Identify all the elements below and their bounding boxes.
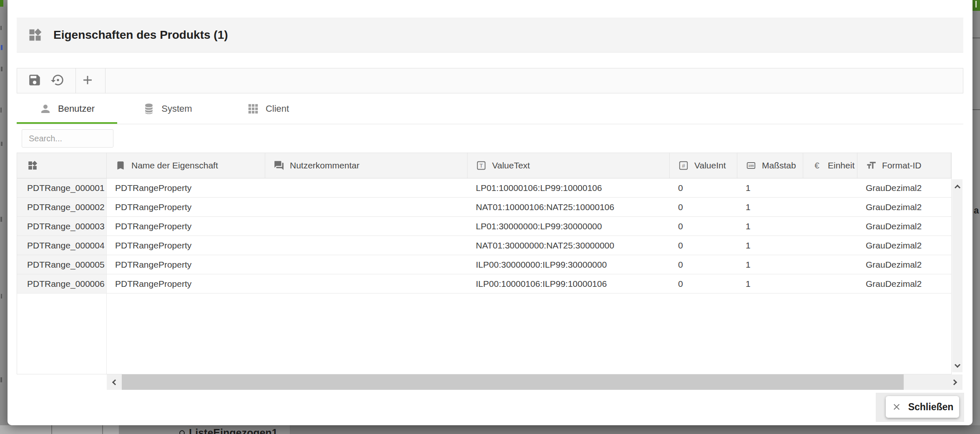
cell-name[interactable]: PDTRangeProperty [107,236,265,255]
close-icon [892,402,902,412]
scroll-down-button[interactable] [952,358,962,372]
cell-format_id[interactable]: GrauDezimal2 [857,255,951,274]
cell-name[interactable]: PDTRangeProperty [107,217,265,236]
add-icon [80,73,95,89]
column-header-valueint[interactable]: # ValueInt [670,153,737,178]
cell-name[interactable]: PDTRangeProperty [107,274,265,293]
scroll-right-button[interactable] [947,374,962,390]
tab-client[interactable]: Client [218,93,318,124]
cell-id[interactable]: PDTRange_000004 [17,236,107,255]
cell-massstab[interactable]: 1 [737,178,803,197]
vertical-scrollbar[interactable] [952,179,962,372]
svg-text:T: T [480,163,483,169]
cell-value_text[interactable]: LP01:10000106:LP99:10000106 [467,178,670,197]
cell-value_int[interactable]: 0 [670,236,737,255]
cell-format_id[interactable]: GrauDezimal2 [857,217,951,236]
grid-icon [247,103,259,115]
background-fragment [972,0,980,11]
cell-comment[interactable] [265,178,467,197]
search-input[interactable] [22,130,113,147]
column-header-formatid[interactable]: Format-ID [857,153,951,178]
scroll-left-button[interactable] [107,374,122,390]
cell-format_id[interactable]: GrauDezimal2 [857,274,951,293]
scroll-up-button[interactable] [952,179,962,193]
cell-value_int[interactable]: 0 [670,255,737,274]
cell-massstab[interactable]: 1 [737,274,803,293]
tab-benutzer[interactable]: Benutzer [17,93,117,124]
background-fragment [0,26,2,30]
table-body: PDTRange_000001PDTRangePropertyLP01:1000… [17,178,951,294]
cell-id[interactable]: PDTRange_000005 [17,255,107,274]
close-button[interactable]: Schließen [886,396,959,418]
background-fragment: a [972,0,980,434]
cell-name[interactable]: PDTRangeProperty [107,198,265,216]
cell-value_int[interactable]: 0 [670,274,737,293]
cell-comment[interactable] [265,255,467,274]
cell-einheit[interactable] [803,255,857,274]
cell-value_text[interactable]: NAT01:10000106:NAT25:10000106 [467,198,670,216]
background-fragment [290,425,291,434]
cell-value_int[interactable]: 0 [670,217,737,236]
cell-massstab[interactable]: 1 [737,198,803,216]
column-header-valuetext[interactable]: T ValueText [467,153,670,178]
cell-format_id[interactable]: GrauDezimal2 [857,198,951,216]
cell-massstab[interactable]: 1 [737,236,803,255]
table-row[interactable]: PDTRange_000003PDTRangePropertyLP01:3000… [17,217,951,236]
cell-comment[interactable] [265,198,467,216]
table-row[interactable]: PDTRange_000006PDTRangePropertyILP00:100… [17,274,951,294]
cell-einheit[interactable] [803,274,857,293]
cell-id[interactable]: PDTRange_000002 [17,198,107,216]
cell-comment[interactable] [265,236,467,255]
table-row[interactable]: PDTRange_000005PDTRangePropertyILP00:300… [17,255,951,274]
cell-einheit[interactable] [803,198,857,216]
column-label: Format-ID [882,161,922,171]
column-header-comment[interactable]: Nutzerkommentar [265,153,467,178]
cell-id[interactable]: PDTRange_000003 [17,217,107,236]
page-title: Eigenschaften des Produkts (1) [53,28,228,42]
add-button[interactable] [76,68,99,93]
cell-name[interactable]: PDTRangeProperty [107,178,265,197]
cell-value_int[interactable]: 0 [670,178,737,197]
column-header-massstab[interactable]: 100 Maßstab [737,153,803,178]
cell-massstab[interactable]: 1 [737,217,803,236]
comment-icon [274,160,284,171]
cell-value_text[interactable]: LP01:30000000:LP99:30000000 [467,217,670,236]
cell-id[interactable]: PDTRange_000006 [17,274,107,293]
close-button-label: Schließen [908,401,954,413]
save-button[interactable] [23,68,46,93]
euro-icon: € [812,160,822,171]
background-fragment [1,142,3,146]
background-fragment [0,108,2,113]
column-label: Maßstab [762,161,796,171]
cell-value_text[interactable]: NAT01:30000000:NAT25:30000000 [467,236,670,255]
cell-format_id[interactable]: GrauDezimal2 [857,178,951,197]
background-fragment [972,109,980,110]
cell-value_text[interactable]: ILP00:30000000:ILP99:30000000 [467,255,670,274]
scrollbar-thumb[interactable] [122,374,904,390]
table-row[interactable]: PDTRange_000004PDTRangePropertyNAT01:300… [17,236,951,255]
cell-name[interactable]: PDTRangeProperty [107,255,265,274]
cell-einheit[interactable] [803,178,857,197]
column-header-name[interactable]: Name der Eigenschaft [107,153,265,178]
table-row[interactable]: PDTRange_000001PDTRangePropertyLP01:1000… [17,178,951,198]
tab-system[interactable]: System [117,93,218,124]
background-fragment [1,294,2,299]
horizontal-scrollbar[interactable] [107,374,962,390]
restore-button[interactable] [46,68,70,93]
cell-format_id[interactable]: GrauDezimal2 [857,236,951,255]
cell-einheit[interactable] [803,217,857,236]
table-row[interactable]: PDTRange_000002PDTRangePropertyNAT01:100… [17,198,951,217]
cell-massstab[interactable]: 1 [737,255,803,274]
cell-value_int[interactable]: 0 [670,198,737,216]
cell-einheit[interactable] [803,236,857,255]
cell-value_text[interactable]: ILP00:10000106:ILP99:10000106 [467,274,670,293]
column-header-rowid[interactable] [17,153,107,178]
column-header-einheit[interactable]: € Einheit [803,153,857,178]
cell-id[interactable]: PDTRange_000001 [17,178,107,197]
cell-comment[interactable] [265,274,467,293]
screen: a ListeEingezogen1 Eigenschaften des Pro… [0,0,980,434]
cell-comment[interactable] [265,217,467,236]
background-fragment [0,0,3,7]
toolbar-separator [105,68,106,93]
background-fragment [102,425,103,434]
